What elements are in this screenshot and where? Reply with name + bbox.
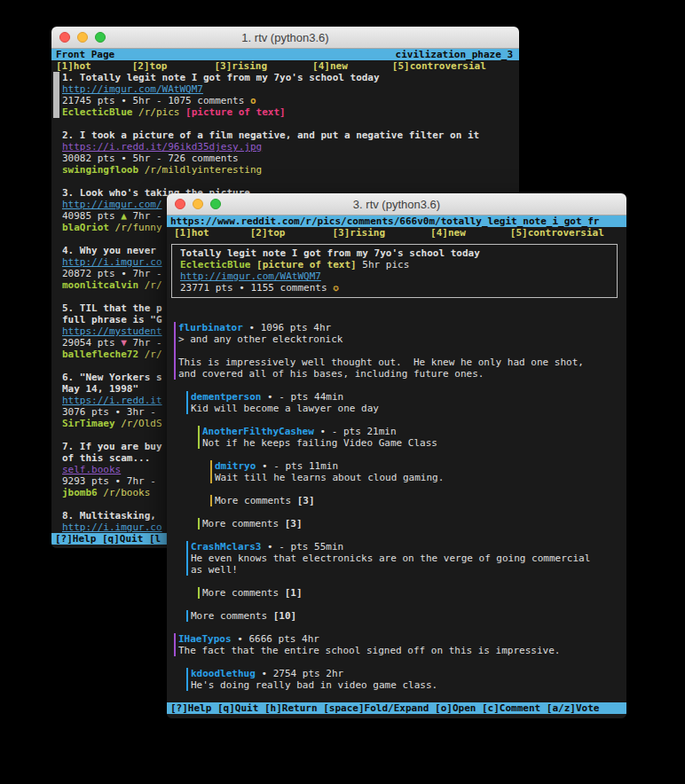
post-link[interactable]: http://i.imgur.co xyxy=(62,256,162,268)
comment-body[interactable]: as well! xyxy=(167,564,626,576)
text: 2. I took a picture of a film negative, … xyxy=(62,129,479,141)
comment-header[interactable]: dmitryo • - pts 11min xyxy=(167,460,626,472)
traffic-lights xyxy=(59,27,106,48)
post-link[interactable]: self.books xyxy=(62,464,121,475)
post-link[interactable]: http://i.imgur.co xyxy=(62,521,162,533)
tab-new[interactable]: [4]new xyxy=(430,227,466,239)
post-link[interactable]: http://imgur.com/ xyxy=(62,199,162,210)
indent xyxy=(172,399,186,400)
text: He even knows that electronicks are on t… xyxy=(191,553,590,564)
text: 5. TIL that the p xyxy=(62,302,162,314)
comment-body[interactable]: This is impressively well thought out. H… xyxy=(167,357,626,368)
tab-rising[interactable]: [3]rising xyxy=(215,60,268,72)
more-comments[interactable]: More comments [10] xyxy=(167,610,626,622)
post-1-byline: EclecticBlue /r/pics [picture of text] xyxy=(51,106,519,118)
tab-top[interactable]: [2]top xyxy=(132,60,168,72)
post-link[interactable]: https://i.redd.it/96ikd35djesy.jpg xyxy=(62,141,262,153)
text: Kid will become a lawyer one day xyxy=(191,403,379,414)
comment-author[interactable]: dmitryo xyxy=(215,460,256,472)
text: as well! xyxy=(191,564,238,576)
post-detail-link[interactable]: http://imgur.com/WAtWQM7 xyxy=(180,270,617,282)
text: He's doing really bad in video game clas… xyxy=(191,679,437,691)
comment-author[interactable]: dementperson xyxy=(191,391,261,403)
minimize-button[interactable] xyxy=(193,199,203,209)
text: • 2754 pts 2hr xyxy=(256,668,343,679)
tab-bar: [1]hot[2]top[3]rising[4]new[5]controvers… xyxy=(167,227,626,239)
text: 4. Why you never xyxy=(62,245,162,256)
post-link[interactable]: http://imgur.com/WAtWQM7 xyxy=(62,83,203,95)
post-1-link[interactable]: http://imgur.com/WAtWQM7 xyxy=(51,83,519,95)
titlebar[interactable]: 1. rtv (python3.6) xyxy=(51,27,519,49)
selected-post-indicator xyxy=(53,72,59,118)
comment-body[interactable]: Wait till he learns about cloud gaming. xyxy=(167,472,626,483)
comment-author[interactable]: AnotherFilthyCashew xyxy=(202,426,314,437)
comment-author[interactable]: kdoodlethug xyxy=(191,668,256,679)
tab-controversial[interactable]: [5]controversial xyxy=(392,60,486,72)
text: The fact that the entire school signed o… xyxy=(178,645,560,656)
text: 40985 pts xyxy=(62,210,121,222)
comment-header[interactable]: dementperson • - pts 44min xyxy=(167,391,626,403)
tab-hot[interactable]: [1]hot xyxy=(174,227,209,239)
text: 7. If you are buy xyxy=(62,441,162,452)
comment-header[interactable]: AnotherFilthyCashew • - pts 21min xyxy=(167,426,626,437)
comment-depth-bar xyxy=(198,426,200,437)
comment-depth-bar xyxy=(210,472,212,483)
indent xyxy=(209,235,250,236)
comment-author[interactable]: CrashMclars3 xyxy=(191,541,261,553)
post-2-title[interactable]: 2. I took a picture of a film negative, … xyxy=(51,129,519,141)
comment-author[interactable]: IHaeTypos xyxy=(178,633,232,645)
comment-header[interactable]: kdoodlethug • 2754 pts 2hr xyxy=(167,668,626,679)
tab-new[interactable]: [4]new xyxy=(312,60,348,72)
comment-body[interactable]: Kid will become a lawyer one day xyxy=(167,403,626,414)
comment-header[interactable]: flurbinator • 1096 pts 4hr xyxy=(167,322,626,333)
comment-header[interactable]: CrashMclars3 • - pts 55min xyxy=(167,541,626,553)
comment-body[interactable] xyxy=(167,345,626,357)
tab-bar: [1]hot[2]top[3]rising[4]new[5]controvers… xyxy=(51,60,519,72)
tab-controversial[interactable]: [5]controversial xyxy=(510,227,604,239)
close-button[interactable] xyxy=(59,32,70,43)
terminal-line xyxy=(167,691,626,702)
indent xyxy=(172,434,198,435)
indent xyxy=(172,549,186,550)
more-comments[interactable]: More comments [3] xyxy=(167,495,626,506)
zoom-button[interactable] xyxy=(210,199,221,209)
comment-author[interactable]: flurbinator xyxy=(178,322,243,333)
close-button[interactable] xyxy=(175,199,185,209)
subreddit: /r/OldS xyxy=(115,418,162,429)
more-comments[interactable]: More comments [3] xyxy=(167,518,626,529)
comment-header[interactable]: IHaeTypos • 6666 pts 4hr xyxy=(167,633,626,645)
comment-body[interactable]: and covered all of his bases, including … xyxy=(167,368,626,380)
comment-depth-bar xyxy=(186,553,188,564)
text: 20872 pts • 7hr - xyxy=(62,268,168,279)
post-2-link[interactable]: https://i.redd.it/96ikd35djesy.jpg xyxy=(51,141,519,153)
text: More comments xyxy=(202,518,285,529)
post-link[interactable]: https://i.redd.it xyxy=(62,395,162,406)
tab-top[interactable]: [2]top xyxy=(250,227,286,239)
comment-body[interactable]: He even knows that electronicks are on t… xyxy=(167,553,626,564)
terminal-line xyxy=(167,622,626,633)
zoom-button[interactable] xyxy=(95,32,106,43)
text: Not if he keeps failing Video Game Class xyxy=(202,437,437,449)
traffic-lights xyxy=(175,193,221,215)
post-link[interactable]: https://mystudent xyxy=(62,325,162,337)
terminal-line xyxy=(51,176,519,187)
comment-depth-bar xyxy=(174,333,176,345)
text: More comments xyxy=(191,610,273,622)
comment-body[interactable]: > and any other elecktronick xyxy=(167,333,626,345)
tab-hot[interactable]: [1]hot xyxy=(56,60,91,72)
text: • - pts 21min xyxy=(314,426,397,437)
post-link[interactable]: http://imgur.com/WAtWQM7 xyxy=(180,270,321,282)
indent xyxy=(168,68,215,69)
text: 8. Multitasking, xyxy=(62,510,162,521)
comment-body[interactable]: He's doing really bad in video game clas… xyxy=(167,679,626,691)
more-comments[interactable]: More comments [1] xyxy=(167,587,626,599)
post-1-title[interactable]: 1. Totally legit note I got from my 7yo'… xyxy=(51,72,519,83)
comment-body[interactable]: Not if he keeps failing Video Game Class xyxy=(167,437,626,449)
subreddit: /r/ xyxy=(138,279,162,291)
titlebar[interactable]: 3. rtv (python3.6) xyxy=(167,193,626,216)
subreddit-header-bar: Front Page civilization_phaze_3 xyxy=(51,49,519,60)
tab-rising[interactable]: [3]rising xyxy=(333,227,386,239)
post-detail-box: Totally legit note I got from my 7yo's s… xyxy=(171,244,618,298)
comment-body[interactable]: The fact that the entire school signed o… xyxy=(167,645,626,656)
minimize-button[interactable] xyxy=(77,32,88,43)
